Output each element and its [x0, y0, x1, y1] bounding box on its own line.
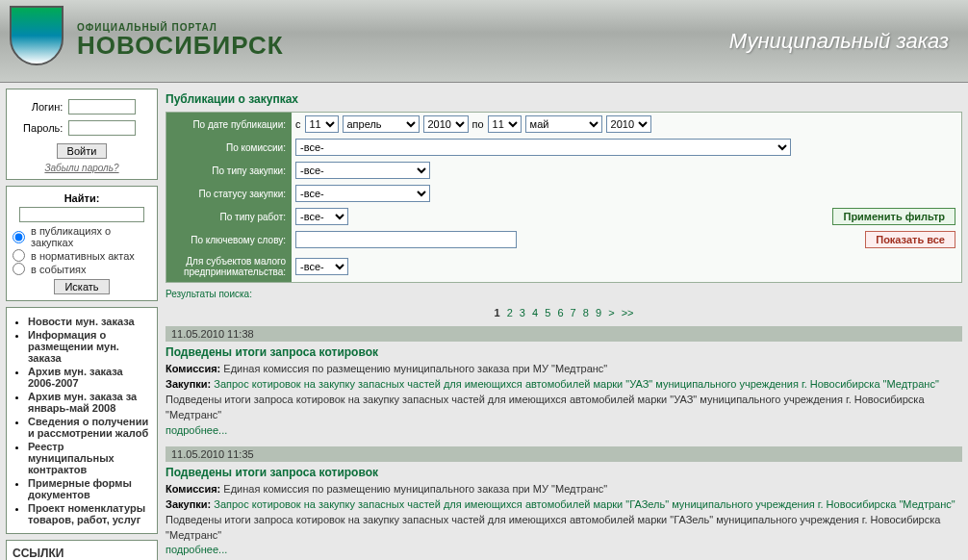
read-more-link[interactable]: подробнее...	[166, 424, 227, 436]
filter-work-label: По типу работ:	[166, 205, 292, 228]
links-box: ССЫЛКИ Официальный сайт РФ для размещени…	[6, 540, 158, 560]
login-box: Логин: Пароль: Войти Забыли пароль?	[6, 89, 158, 180]
search-title: Найти:	[13, 192, 151, 204]
logo-area: ОФИЦИАЛЬНЫЙ ПОРТАЛ НОВОСИБИРСК	[10, 6, 284, 73]
city-emblem-icon	[10, 6, 67, 73]
pager-last[interactable]: >>	[622, 307, 634, 318]
filter-date-label: По дате публикации:	[166, 113, 292, 136]
date-to-month[interactable]: май	[525, 115, 602, 133]
purchase-label: Закупки:	[166, 378, 211, 390]
result-body: Комиссия: Единая комиссия по размещению …	[166, 482, 962, 559]
purchase-link[interactable]: Запрос котировок на закупку запасных час…	[214, 498, 955, 510]
password-input[interactable]	[68, 120, 136, 136]
result-timestamp: 11.05.2010 11:35	[166, 446, 962, 462]
filter-keyword-label: По ключевому слову:	[166, 228, 292, 251]
pager-page[interactable]: 9	[596, 307, 601, 318]
search-box: Найти: в публикациях о закупках в нормат…	[6, 186, 158, 301]
result-desc: Подведены итоги запроса котировок на зак…	[166, 394, 925, 420]
pager-page[interactable]: 7	[571, 307, 576, 318]
pager-page[interactable]: 4	[532, 307, 538, 318]
pager-page: 1	[494, 307, 499, 318]
result-title[interactable]: Подведены итоги запроса котировок	[166, 345, 962, 359]
commission-label: Комиссия:	[166, 483, 220, 495]
sidebar-nav-item[interactable]: Проект номенклатуры товаров, работ, услу…	[28, 502, 145, 525]
purchase-label: Закупки:	[166, 498, 211, 510]
login-input[interactable]	[68, 99, 136, 115]
pager-page[interactable]: 3	[520, 307, 525, 318]
filter-work-select[interactable]: -все-	[295, 208, 348, 225]
nav-box: Новости мун. заказаИнформация о размещен…	[6, 307, 158, 534]
date-from-prefix: с	[295, 118, 301, 130]
filter-panel: По дате публикации: с 11 апрель 2010 по …	[166, 112, 962, 283]
search-button[interactable]: Искать	[54, 279, 109, 294]
date-from-year[interactable]: 2010	[423, 115, 469, 133]
filter-sme-select[interactable]: -все-	[295, 258, 348, 275]
result-item: 11.05.2010 11:38Подведены итоги запроса …	[166, 326, 962, 439]
filter-keyword-input[interactable]	[295, 231, 517, 248]
header: ОФИЦИАЛЬНЫЙ ПОРТАЛ НОВОСИБИРСК Муниципал…	[0, 0, 968, 83]
login-button[interactable]: Войти	[57, 143, 108, 159]
pager-page[interactable]: 8	[583, 307, 589, 318]
sidebar-nav-item[interactable]: Сведения о получении и рассмотрении жало…	[28, 416, 148, 439]
filter-status-select[interactable]: -все-	[295, 185, 430, 202]
results-label: Результаты поиска:	[166, 289, 962, 299]
filter-ptype-select[interactable]: -все-	[295, 162, 430, 179]
show-all-button[interactable]: Показать все	[865, 231, 955, 248]
pager: 1 2 3 4 5 6 7 8 9 > >>	[166, 307, 962, 318]
purchase-link[interactable]: Запрос котировок на закупку запасных час…	[214, 378, 939, 390]
date-from-day[interactable]: 11	[305, 115, 339, 133]
links-title: ССЫЛКИ	[13, 547, 151, 560]
result-title[interactable]: Подведены итоги запроса котировок	[166, 466, 962, 479]
sidebar-nav-item[interactable]: Примерные формы документов	[28, 477, 132, 500]
date-from-month[interactable]: апрель	[343, 115, 420, 133]
login-label: Логин:	[14, 97, 64, 116]
search-scope-normative[interactable]	[13, 249, 25, 262]
commission-value: Единая комиссия по размещению муниципаль…	[223, 363, 607, 374]
pager-page[interactable]: 6	[557, 307, 563, 318]
apply-filter-button[interactable]: Применить фильтр	[832, 208, 955, 225]
result-item: 11.05.2010 11:35Подведены итоги запроса …	[166, 446, 962, 559]
sidebar-nav-item[interactable]: Реестр муниципальных контрактов	[28, 441, 115, 475]
page-title: Публикации о закупках	[166, 92, 962, 106]
city-name: НОВОСИБИРСК	[77, 33, 284, 58]
date-to-day[interactable]: 11	[488, 115, 522, 133]
result-timestamp: 11.05.2010 11:38	[166, 326, 962, 342]
search-input[interactable]	[19, 207, 144, 222]
commission-label: Комиссия:	[166, 363, 220, 374]
header-slogan: Муниципальный заказ	[729, 29, 949, 54]
search-scope-publications[interactable]	[13, 231, 25, 243]
filter-commission-label: По комиссии:	[166, 136, 292, 159]
search-scope-publications-label: в публикациях о закупках	[31, 225, 151, 248]
search-scope-events[interactable]	[13, 263, 25, 275]
password-label: Пароль:	[14, 118, 64, 138]
commission-value: Единая комиссия по размещению муниципаль…	[223, 483, 607, 495]
pager-page[interactable]: 5	[545, 307, 550, 318]
search-scope-normative-label: в нормативных актах	[31, 250, 135, 262]
result-desc: Подведены итоги запроса котировок на зак…	[166, 514, 940, 541]
filter-commission-select[interactable]: -все-	[295, 139, 791, 156]
filter-sme-label: Для субъектов малого предпринимательства…	[166, 251, 292, 282]
date-to-year[interactable]: 2010	[606, 115, 651, 133]
forgot-password-link[interactable]: Забыли пароль?	[44, 163, 118, 173]
filter-status-label: По статусу закупки:	[166, 182, 292, 205]
sidebar-nav-item[interactable]: Новости мун. заказа	[28, 316, 135, 327]
pager-next[interactable]: >	[608, 307, 614, 318]
sidebar-nav-item[interactable]: Информация о размещении мун. заказа	[28, 329, 119, 364]
read-more-link[interactable]: подробнее...	[166, 544, 227, 555]
sidebar-nav-item[interactable]: Архив мун. заказа за январь-май 2008	[28, 391, 137, 414]
result-body: Комиссия: Единая комиссия по размещению …	[166, 362, 962, 439]
date-to-prefix: по	[472, 118, 484, 130]
pager-page[interactable]: 2	[507, 307, 513, 318]
filter-ptype-label: По типу закупки:	[166, 159, 292, 182]
sidebar-nav-item[interactable]: Архив мун. заказа 2006-2007	[28, 366, 123, 389]
search-scope-events-label: в событиях	[31, 264, 87, 275]
